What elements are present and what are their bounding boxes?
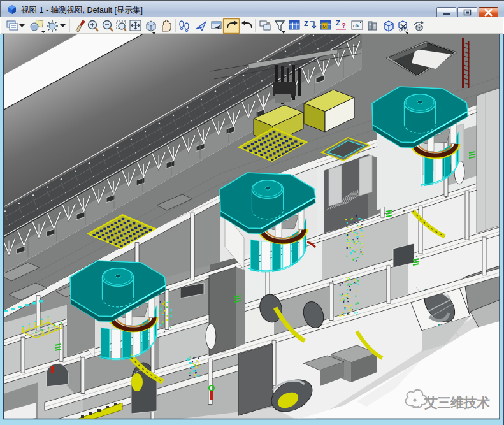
svg-text:M: M	[322, 24, 327, 29]
svg-text:clk: clk	[353, 23, 360, 29]
svg-text:Z: Z	[336, 19, 340, 27]
svg-text:?: ?	[342, 22, 346, 29]
svg-text:艾三维技术: 艾三维技术	[424, 395, 490, 410]
svg-text:Z: Z	[304, 20, 308, 27]
